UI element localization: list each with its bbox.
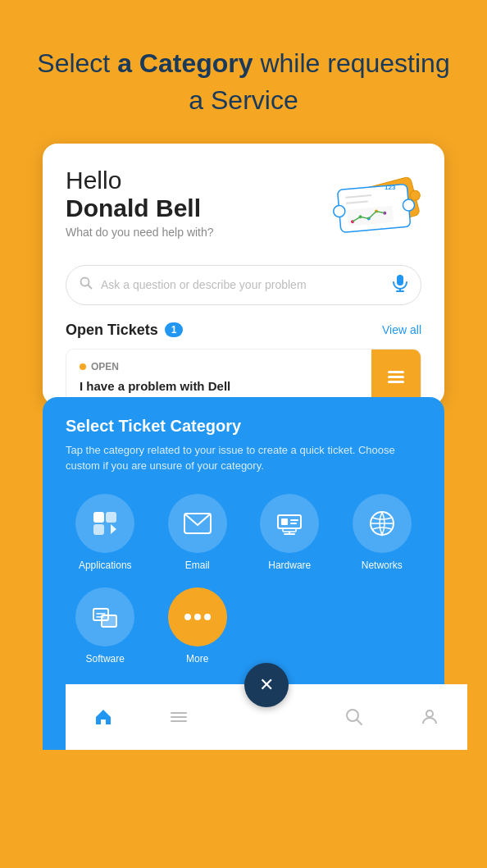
more-icon (168, 587, 227, 646)
svg-rect-29 (283, 528, 296, 532)
applications-icon (75, 494, 134, 553)
search-bar[interactable]: Ask a question or describe your problem (66, 265, 421, 305)
open-tickets-title: Open Tickets 1 (66, 322, 183, 339)
category-panel: Select Ticket Category Tap the category … (43, 397, 444, 750)
nav-search[interactable] (344, 707, 364, 727)
svg-rect-21 (106, 512, 116, 523)
email-label: Email (185, 560, 210, 571)
ticket-status: OPEN (80, 361, 358, 372)
view-all-link[interactable]: View all (382, 323, 421, 336)
networks-label: Networks (362, 560, 403, 571)
mic-icon[interactable] (393, 274, 407, 296)
svg-point-39 (194, 614, 201, 620)
svg-point-38 (184, 614, 191, 620)
category-applications[interactable]: Applications (66, 494, 145, 571)
svg-marker-23 (111, 524, 116, 534)
svg-point-5 (403, 199, 415, 211)
svg-rect-17 (397, 275, 403, 286)
main-card: Hello Donald Bell What do you need help … (43, 144, 444, 405)
panel-subtitle: Tap the category related to your issue t… (66, 442, 421, 474)
header-line1: Select a Category while requesting (37, 48, 449, 78)
category-row-2: Software More (66, 587, 421, 665)
open-tickets-header: Open Tickets 1 View all (66, 322, 421, 339)
svg-point-40 (204, 614, 211, 620)
svg-rect-22 (93, 524, 104, 535)
status-dot (80, 363, 86, 370)
applications-label: Applications (79, 560, 132, 571)
category-row-1: Applications Email (66, 494, 421, 571)
search-icon (80, 276, 93, 293)
svg-rect-26 (281, 519, 288, 525)
software-icon (75, 587, 134, 646)
bottom-nav: ✕ (66, 684, 467, 750)
software-label: Software (86, 653, 125, 665)
ticket-content: OPEN I have a problem with Dell (66, 349, 371, 404)
nav-profile[interactable] (420, 707, 439, 727)
nav-home[interactable] (93, 707, 113, 727)
svg-point-46 (426, 710, 433, 717)
search-placeholder: Ask a question or describe your problem (101, 278, 393, 291)
category-more[interactable]: More (158, 587, 238, 665)
networks-icon (353, 494, 412, 553)
svg-text:123: 123 (385, 184, 396, 191)
greeting-text: Hello Donald Bell What do you need help … (66, 167, 214, 239)
svg-line-45 (357, 720, 362, 724)
panel-title: Select Ticket Category (66, 417, 421, 436)
svg-line-16 (89, 286, 92, 289)
category-hardware[interactable]: Hardware (250, 494, 330, 571)
nav-list[interactable] (169, 707, 189, 727)
svg-rect-20 (93, 512, 104, 523)
close-button-wrap: ✕ (244, 663, 289, 707)
email-icon (168, 494, 227, 553)
more-label: More (186, 653, 208, 665)
ticket-right-panel (371, 349, 421, 404)
hardware-label: Hardware (268, 560, 311, 571)
category-networks[interactable]: Networks (343, 494, 422, 571)
close-button[interactable]: ✕ (244, 663, 289, 707)
ticket-illustration: 123 (315, 167, 421, 249)
greeting-section: Hello Donald Bell What do you need help … (66, 167, 421, 249)
hardware-icon (260, 494, 319, 553)
svg-point-4 (333, 205, 345, 217)
ticket-title: I have a problem with Dell (80, 379, 358, 393)
ticket-menu-icon (388, 371, 404, 383)
header-section: Select a Category while requesting a Ser… (4, 45, 482, 119)
category-email[interactable]: Email (158, 494, 238, 571)
category-software[interactable]: Software (66, 587, 145, 665)
tickets-count-badge: 1 (165, 322, 184, 337)
